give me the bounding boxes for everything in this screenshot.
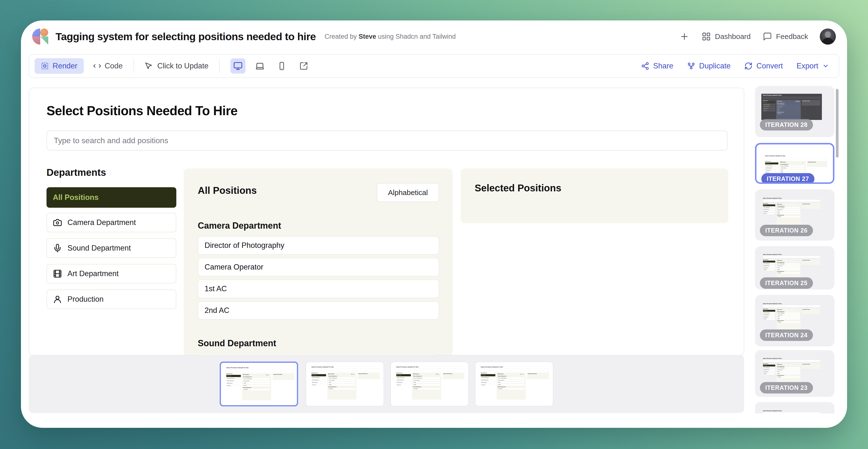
mini-group-heading: Sound Department bbox=[777, 215, 800, 216]
mini-position-item: 1st AC bbox=[413, 382, 440, 384]
mini-department-button: Camera Department bbox=[311, 377, 326, 379]
share-button[interactable]: Share bbox=[641, 62, 673, 70]
iteration-card[interactable]: Select Positions Needed To HireDepartmen… bbox=[755, 350, 834, 397]
mini-department-button: All Positions bbox=[765, 162, 778, 164]
department-button-all-positions[interactable]: All Positions bbox=[46, 187, 176, 208]
department-button-art-department[interactable]: Art Department bbox=[46, 264, 176, 283]
mini-department-button: Camera Department bbox=[763, 263, 775, 265]
mini-department-button: Production bbox=[311, 384, 326, 386]
position-item[interactable]: Sound Mixer bbox=[198, 354, 439, 355]
iteration-card[interactable]: Select Positions Needed To HireDepartmen… bbox=[755, 246, 834, 290]
mini-department-button: Camera Department bbox=[763, 312, 775, 314]
position-group-heading: Camera Department bbox=[198, 221, 439, 231]
mini-app-title: Select Positions Needed To Hire bbox=[763, 95, 782, 96]
feedback-button[interactable]: Feedback bbox=[762, 31, 808, 42]
dashboard-button[interactable]: Dashboard bbox=[701, 31, 751, 42]
alphabetical-sort-button[interactable]: Alphabetical bbox=[377, 183, 439, 202]
mini-positions-heading: All Positions bbox=[777, 101, 782, 102]
mini-department-button: Sound Department bbox=[763, 106, 775, 107]
user-avatar[interactable] bbox=[820, 29, 836, 44]
iteration-label-badge: ITERATION 25 bbox=[760, 277, 813, 289]
mini-positions-heading: All Positions bbox=[777, 260, 782, 261]
mini-app-title: Select Positions Needed To Hire bbox=[396, 366, 418, 368]
iteration-card[interactable]: Select Positions Needed To HireDepartmen… bbox=[755, 143, 834, 184]
mobile-view-button[interactable] bbox=[274, 58, 289, 73]
mini-search-bar bbox=[226, 369, 294, 372]
department-button-sound-department[interactable]: Sound Department bbox=[46, 238, 176, 258]
mini-department-button: Art Department bbox=[311, 382, 326, 384]
mini-app-title: Select Positions Needed To Hire bbox=[763, 254, 782, 255]
mini-position-item: Camera Operator bbox=[777, 265, 800, 267]
mini-departments: DepartmentsAll PositionsCamera Departmen… bbox=[763, 309, 775, 320]
mini-selected-panel: Selected Positions bbox=[802, 309, 820, 314]
mini-sort-button: Alphabetical bbox=[796, 204, 800, 205]
mini-group-heading: Camera Department bbox=[498, 376, 525, 377]
department-button-camera-department[interactable]: Camera Department bbox=[46, 213, 176, 232]
open-external-button[interactable] bbox=[296, 58, 311, 73]
filmstrip-thumbnail[interactable]: Select Positions Needed To HireDepartmen… bbox=[220, 361, 298, 406]
filmstrip-thumbnail[interactable]: Select Positions Needed To HireDepartmen… bbox=[391, 361, 469, 406]
department-button-production[interactable]: Production bbox=[46, 290, 176, 309]
mini-department-button: All Positions bbox=[311, 374, 326, 377]
filmstrip-thumbnail[interactable]: Select Positions Needed To HireDepartmen… bbox=[306, 361, 384, 406]
export-button[interactable]: Export bbox=[797, 62, 829, 70]
mini-department-button: Art Department bbox=[763, 267, 775, 268]
iteration-card[interactable]: Select Positions Needed To HireDepartmen… bbox=[755, 295, 834, 347]
person-icon bbox=[53, 295, 62, 304]
selected-positions-heading: Selected Positions bbox=[475, 183, 728, 194]
mini-group-heading: Camera Department bbox=[777, 311, 800, 312]
iteration-card[interactable]: Select Positions Needed To HireDepartmen… bbox=[755, 189, 834, 240]
mini-departments: DepartmentsAll PositionsCamera Departmen… bbox=[763, 100, 775, 112]
laptop-view-button[interactable] bbox=[252, 58, 268, 73]
plus-icon[interactable] bbox=[679, 31, 689, 42]
mini-app-title: Select Positions Needed To Hire bbox=[763, 358, 782, 359]
duplicate-button[interactable]: Duplicate bbox=[687, 62, 731, 70]
mini-department-button: All Positions bbox=[763, 101, 775, 103]
render-icon bbox=[41, 62, 49, 70]
position-item[interactable]: Director of Photography bbox=[198, 236, 439, 255]
click-to-update-button[interactable]: Click to Update bbox=[145, 62, 209, 70]
code-tab[interactable]: Code bbox=[93, 62, 123, 70]
positions-groups: Camera DepartmentDirector of Photography… bbox=[198, 221, 439, 355]
mini-departments-heading: Departments bbox=[311, 372, 326, 374]
mini-position-item: 1st AC bbox=[777, 267, 800, 268]
dashboard-grid-icon bbox=[701, 31, 711, 42]
mini-position-item: Camera Operator bbox=[777, 106, 800, 107]
sidebar-scrollbar[interactable] bbox=[836, 89, 839, 158]
device-toggle-group bbox=[230, 58, 311, 73]
project-title: Tagging system for selecting positions n… bbox=[56, 31, 316, 43]
filmstrip-thumbnail[interactable]: Select Positions Needed To HireDepartmen… bbox=[475, 361, 553, 406]
position-item[interactable]: 2nd AC bbox=[198, 301, 439, 320]
mini-group-heading: Sound Department bbox=[777, 320, 800, 321]
render-tab[interactable]: Render bbox=[35, 58, 84, 74]
all-positions-heading: All Positions bbox=[198, 183, 257, 196]
mini-position-item: 1st AC bbox=[243, 382, 270, 384]
position-item[interactable]: 1st AC bbox=[198, 280, 439, 298]
mini-department-button: All Positions bbox=[226, 375, 241, 377]
mini-positions-heading: All Positions bbox=[413, 373, 419, 375]
mini-department-button: Sound Department bbox=[763, 209, 775, 211]
desktop-view-button[interactable] bbox=[230, 58, 246, 73]
mini-group-heading: Sound Department bbox=[777, 112, 800, 113]
mini-department-button: Art Department bbox=[226, 382, 241, 384]
mini-app-title: Select Positions Needed To Hire bbox=[226, 367, 249, 368]
search-input[interactable] bbox=[46, 130, 727, 151]
iteration-card[interactable]: Select Positions Needed To HireDepartmen… bbox=[755, 86, 834, 137]
mini-departments-heading: Departments bbox=[226, 373, 241, 374]
department-label: Camera Department bbox=[67, 218, 136, 227]
position-item[interactable]: Camera Operator bbox=[198, 258, 439, 276]
mini-position-item: Director of Photography bbox=[777, 207, 800, 209]
mini-search-bar bbox=[396, 368, 464, 371]
mini-selected-heading: Selected Positions bbox=[528, 373, 548, 375]
mini-app-title: Select Positions Needed To Hire bbox=[765, 155, 785, 157]
byline: Created by Steve using Shadcn and Tailwi… bbox=[324, 33, 456, 40]
mini-app-preview: Select Positions Needed To HireDepartmen… bbox=[761, 409, 822, 413]
mini-group-heading: Sound Department bbox=[328, 386, 355, 387]
convert-button[interactable]: Convert bbox=[744, 62, 783, 70]
mini-department-button: All Positions bbox=[481, 374, 495, 377]
iteration-card[interactable]: Select Positions Needed To HireDepartmen… bbox=[755, 402, 834, 413]
mini-app-preview: Select Positions Needed To HireDepartmen… bbox=[224, 366, 297, 406]
mini-group-heading: Sound Department bbox=[777, 271, 800, 272]
mini-app-title: Select Positions Needed To Hire bbox=[763, 303, 782, 304]
mini-sort-button: Alphabetical bbox=[350, 373, 355, 375]
